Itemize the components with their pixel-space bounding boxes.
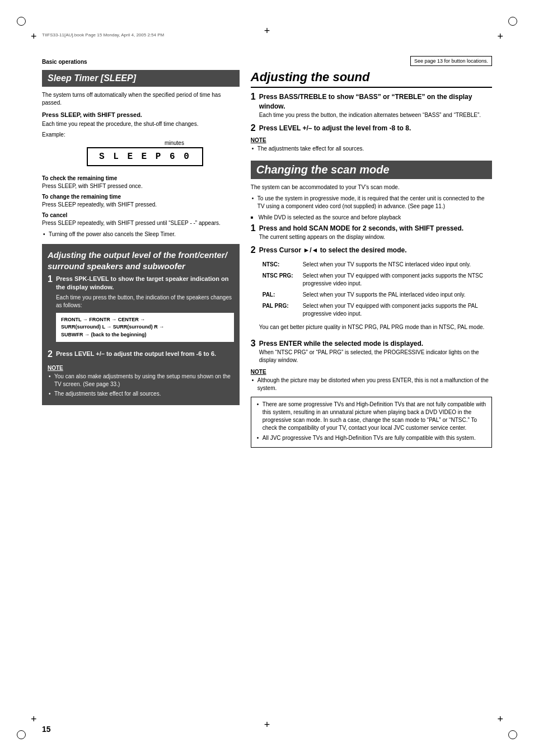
output-step1-content: Press SPK-LEVEL to show the target speak… (56, 275, 234, 345)
scan-note1: Although the picture may be distorted wh… (251, 377, 492, 392)
ntsc-prg-label: NTSC PRG: (260, 271, 299, 289)
sound-step2-block: 2 Press LEVEL +/– to adjust the level fr… (251, 124, 492, 133)
output-note1: You can also make adjustments by using t… (48, 373, 234, 388)
cancel-bullet: Turning off the power also cancels the S… (42, 231, 240, 238)
scan-step1-block: 1 Press and hold SCAN MODE for 2 seconds… (251, 224, 492, 241)
right-column: Adjusting the sound 1 Press BASS/TREBLE … (251, 70, 492, 448)
scan-step1-body: The current setting appears on the displ… (259, 233, 463, 241)
ntsc-row: NTSC: Select when your TV supports the N… (260, 260, 491, 270)
left-column: Sleep Timer [SLEEP] The system turns off… (42, 70, 240, 448)
scan-note-label: NOTE (251, 369, 492, 375)
scan-note-box2-bullet2: All JVC progressive TVs and High-Definit… (256, 434, 487, 442)
scan-note-box2-bullet1: There are some progressive TVs and High-… (256, 401, 487, 432)
output-step1-heading: Press SPK-LEVEL to show the target speak… (56, 275, 234, 292)
output-step1-block: 1 Press SPK-LEVEL to show the target spe… (48, 275, 234, 345)
crosshair-br: + (497, 713, 503, 725)
sleep-timer-intro: The system turns off automatically when … (42, 91, 240, 107)
sound-step1-content: Press BASS/TREBLE to show “BASS” or “TRE… (259, 92, 492, 119)
scan-step2-block: 2 Press Cursor ►/◄ to select the desired… (251, 246, 492, 335)
output-step2-heading: Press LEVEL +/– to adjust the output lev… (56, 350, 216, 358)
sleep-timer-title: Sleep Timer [SLEEP] (42, 70, 240, 87)
output-step1-body: Each time you press the button, the indi… (56, 294, 234, 309)
output-step2-number: 2 (48, 350, 53, 359)
scan-mode-table: NTSC: Select when your TV supports the N… (259, 259, 492, 320)
scan-step2-number: 2 (251, 246, 256, 255)
sleep-display-box: S L E E P 6 0 (87, 147, 203, 166)
sound-step1-heading: Press BASS/TREBLE to show “BASS” or “TRE… (259, 92, 492, 111)
crosshair-tr: + (497, 31, 503, 43)
output-note2: The adjustments take effect for all sour… (48, 390, 234, 398)
pal-label: PAL: (260, 290, 299, 300)
sound-step1-number: 1 (251, 92, 256, 101)
output-step2-block: 2 Press LEVEL +/– to adjust the output l… (48, 350, 234, 360)
scan-mode-bullet1: To use the system in progressive mode, i… (251, 195, 492, 210)
sound-step2-number: 2 (251, 124, 256, 133)
scan-step3-heading: Press ENTER while the selected mode is d… (259, 339, 492, 349)
check-remaining-body: Press SLEEP, with SHIFT pressed once. (42, 182, 240, 190)
scan-step1-content: Press and hold SCAN MODE for 2 seconds, … (259, 224, 463, 241)
sleep-sub-body: Each time you repeat the procedure, the … (42, 120, 240, 128)
sound-note1: The adjustments take effect for all sour… (251, 145, 492, 153)
output-level-section: Adjusting the output level of the front/… (42, 244, 240, 405)
scan-step3-number: 3 (251, 339, 256, 348)
top-meta: TIIFS33-11[AU].book Page 15 Monday, Apri… (42, 32, 164, 37)
scan-step3-body: When “NTSC PRG” or “PAL PRG” is selected… (259, 349, 492, 364)
sound-step2-heading: Press LEVEL +/– to adjust the level from… (259, 124, 411, 133)
scan-step3-block: 3 Press ENTER while the selected mode is… (251, 339, 492, 364)
ntsc-body: Select when your TV supports the NTSC in… (301, 260, 491, 270)
sound-note-label: NOTE (251, 137, 492, 143)
minutes-label: minutes (109, 140, 240, 146)
crosshair-tl: + (31, 31, 37, 43)
content-area: Sleep Timer [SLEEP] The system turns off… (42, 70, 492, 714)
ntsc-label: NTSC: (260, 260, 299, 270)
corner-mark-bl (17, 730, 26, 739)
output-level-title: Adjusting the output level of the front/… (48, 250, 234, 271)
corner-mark-tr (508, 17, 517, 26)
see-page-box: See page 13 for button locations. (410, 56, 492, 66)
scan-step2-content: Press Cursor ►/◄ to select the desired m… (259, 246, 492, 335)
cancel-heading: To cancel (42, 212, 240, 218)
ntsc-prg-body: Select when your TV equipped with compon… (301, 271, 491, 289)
pal-row: PAL: Select when your TV supports the PA… (260, 290, 491, 300)
two-column-layout: Sleep Timer [SLEEP] The system turns off… (42, 70, 492, 448)
chain-text: FRONTL → FRONTR → CENTER → SURR(surround… (61, 317, 164, 337)
change-remaining-body: Press SLEEP repeatedly, with SHIFT press… (42, 201, 240, 209)
crosshair-mid-bot: + (264, 719, 270, 731)
sound-step1-block: 1 Press BASS/TREBLE to show “BASS” or “T… (251, 92, 492, 119)
sleep-press-heading: Press SLEEP, with SHIFT pressed. (42, 111, 240, 118)
corner-mark-br (508, 730, 517, 739)
scan-step3-content: Press ENTER while the selected mode is d… (259, 339, 492, 364)
adjusting-sound-title: Adjusting the sound (251, 70, 492, 88)
output-chain-box: FRONTL → FRONTR → CENTER → SURR(surround… (56, 313, 234, 342)
scan-note-box2: There are some progressive TVs and High-… (251, 397, 492, 448)
example-label: Example: (42, 132, 240, 138)
output-step2-content: Press LEVEL +/– to adjust the output lev… (56, 350, 216, 360)
pal-body: Select when your TV supports the PAL int… (301, 290, 491, 300)
check-remaining-heading: To check the remaining time (42, 175, 240, 181)
output-step1-number: 1 (48, 275, 53, 284)
scan-step1-number: 1 (251, 224, 256, 233)
pal-prg-label: PAL PRG: (260, 301, 299, 319)
sound-step1-body: Each time you press the button, the indi… (259, 111, 492, 119)
scan-step2-heading: Press Cursor ►/◄ to select the desired m… (259, 246, 492, 255)
ntsc-prg-row: NTSC PRG: Select when your TV equipped w… (260, 271, 491, 289)
scan-mode-title: Changing the scan mode (251, 161, 492, 179)
sound-step2-content: Press LEVEL +/– to adjust the level from… (259, 124, 411, 133)
pal-prg-row: PAL PRG: Select when your TV equipped wi… (260, 301, 491, 319)
quality-note: You can get better picture quality in NT… (259, 323, 492, 331)
scan-step1-heading: Press and hold SCAN MODE for 2 seconds, … (259, 224, 463, 233)
scan-dvd-note: While DVD is selected as the source and … (251, 214, 492, 222)
crosshair-mid-top: + (264, 25, 270, 37)
scan-mode-intro: The system can be accommodated to your T… (251, 184, 492, 191)
corner-mark-tl (17, 17, 26, 26)
output-note-label: NOTE (48, 365, 234, 371)
pal-prg-body: Select when your TV equipped with compon… (301, 301, 491, 319)
basic-operations-label: Basic operations (42, 59, 87, 65)
page-number: 15 (42, 725, 51, 734)
crosshair-bl: + (31, 713, 37, 725)
change-remaining-heading: To change the remaining time (42, 194, 240, 200)
page-wrapper: + + + + + + TIIFS33-11[AU].book Page 15 … (0, 0, 534, 756)
cancel-body: Press SLEEP repeatedly, with SHIFT press… (42, 219, 240, 227)
